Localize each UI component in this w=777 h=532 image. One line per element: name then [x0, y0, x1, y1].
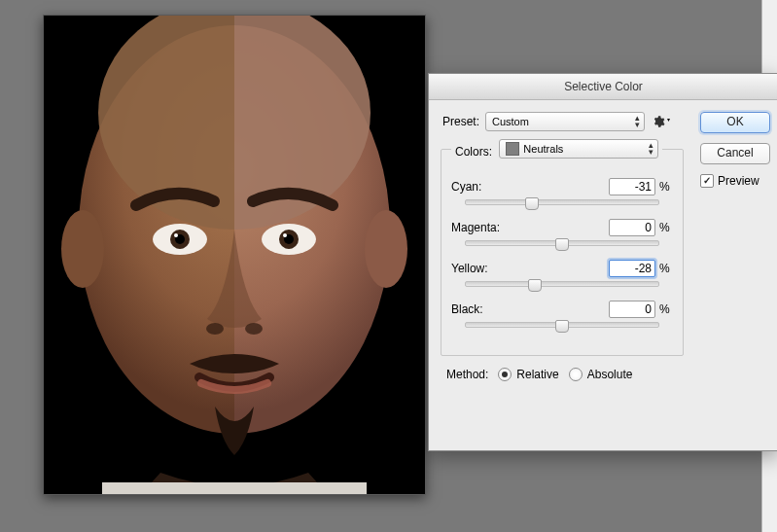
radio-icon: [569, 368, 583, 381]
app-window: Selective Color OK Cancel ✓ Preview Pres…: [0, 0, 777, 532]
method-relative-label: Relative: [516, 368, 558, 381]
preview-checkbox[interactable]: ✓ Preview: [700, 174, 768, 188]
preview-label: Preview: [718, 174, 759, 188]
svg-rect-19: [102, 482, 367, 494]
magenta-label: Magenta:: [451, 221, 510, 234]
cyan-slider[interactable]: [465, 199, 659, 205]
percent-label: %: [659, 180, 673, 194]
cancel-button[interactable]: Cancel: [700, 143, 770, 164]
slider-thumb[interactable]: [555, 238, 569, 251]
radio-icon: [498, 368, 512, 381]
cyan-row: Cyan: %: [451, 178, 673, 195]
svg-point-7: [61, 210, 104, 288]
slider-thumb[interactable]: [528, 279, 542, 292]
black-row: Black: %: [451, 301, 673, 318]
black-slider[interactable]: [465, 322, 659, 328]
document-canvas[interactable]: [43, 15, 426, 495]
svg-point-8: [365, 210, 407, 288]
selective-color-dialog: Selective Color OK Cancel ✓ Preview Pres…: [428, 73, 777, 451]
magenta-slider[interactable]: [465, 240, 659, 246]
slider-thumb[interactable]: [525, 197, 539, 210]
colors-select[interactable]: Neutrals ▴▾: [499, 139, 658, 159]
method-absolute-radio[interactable]: Absolute: [569, 368, 633, 381]
svg-point-17: [206, 323, 224, 335]
yellow-row: Yellow: %: [451, 260, 673, 277]
neutral-swatch-icon: [506, 142, 519, 156]
method-relative-radio[interactable]: Relative: [498, 368, 558, 381]
dialog-title: Selective Color: [429, 74, 777, 100]
colors-label: Colors:: [455, 145, 492, 159]
svg-point-16: [283, 233, 287, 237]
preset-value: Custom: [492, 116, 529, 127]
magenta-input[interactable]: [609, 219, 655, 236]
yellow-input[interactable]: [609, 260, 655, 277]
method-label: Method:: [446, 368, 488, 381]
method-absolute-label: Absolute: [587, 368, 633, 381]
magenta-row: Magenta: %: [451, 219, 673, 236]
ok-button[interactable]: OK: [700, 112, 770, 133]
preset-label: Preset:: [437, 115, 479, 128]
preset-select[interactable]: Custom ▴▾: [485, 112, 645, 131]
colors-value: Neutrals: [523, 143, 563, 155]
yellow-label: Yellow:: [451, 262, 510, 275]
black-input[interactable]: [609, 301, 655, 318]
cyan-label: Cyan:: [451, 180, 510, 194]
percent-label: %: [659, 262, 673, 275]
image-preview: [44, 16, 425, 494]
cyan-input[interactable]: [609, 178, 655, 195]
svg-point-18: [245, 323, 263, 335]
black-label: Black:: [451, 302, 510, 316]
slider-thumb[interactable]: [555, 320, 569, 333]
updown-caret-icon: ▴▾: [649, 142, 653, 156]
colors-fieldset: Colors: Neutrals ▴▾ Cyan: %: [441, 139, 684, 356]
percent-label: %: [659, 221, 673, 234]
preset-menu-button[interactable]: ▾: [651, 113, 670, 130]
check-icon: ✓: [700, 174, 714, 188]
svg-point-12: [174, 233, 178, 237]
yellow-slider[interactable]: [465, 281, 659, 287]
gear-icon: [652, 115, 665, 128]
percent-label: %: [659, 302, 673, 316]
updown-caret-icon: ▴▾: [635, 115, 640, 128]
